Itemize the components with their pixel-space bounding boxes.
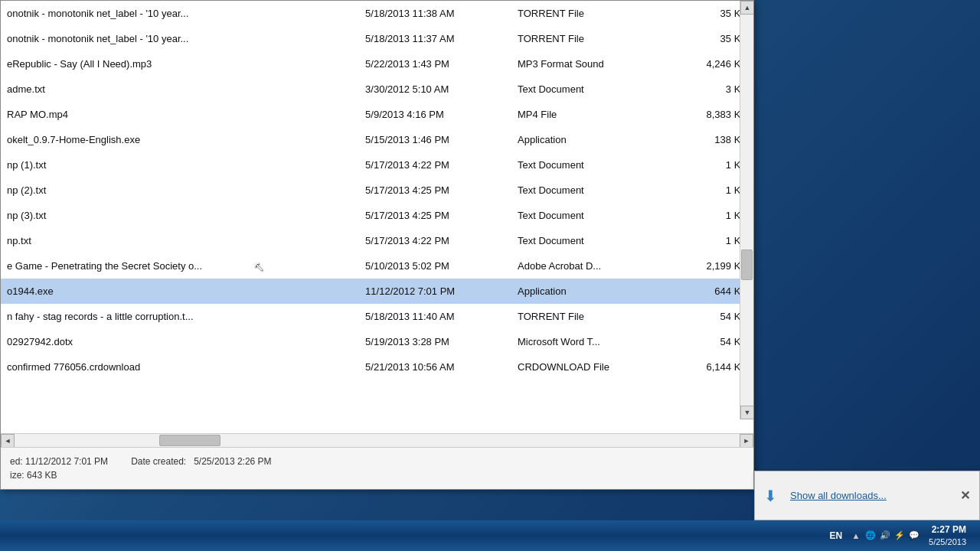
file-date: 5/17/2013 4:22 PM <box>359 152 511 178</box>
file-name: onotnik - monotonik net_label - '10 year… <box>1 26 359 51</box>
file-date: 5/22/2013 1:43 PM <box>359 51 511 77</box>
clock-time: 2:27 PM <box>929 524 966 536</box>
size-label: ize: <box>10 470 24 481</box>
hscroll-thumb[interactable] <box>159 435 220 446</box>
table-row[interactable]: confirmed 776056.crdownload5/21/2013 10:… <box>1 354 753 380</box>
file-name: eRepublic - Say (All I Need).mp3 <box>1 51 359 77</box>
file-name: np.txt <box>1 228 359 253</box>
table-row[interactable]: np.txt5/17/2013 4:22 PMText Document1 KB <box>1 228 753 253</box>
system-clock[interactable]: 2:27 PM 5/25/2013 <box>925 523 970 549</box>
table-row[interactable]: e Game - Penetrating the Secret Society … <box>1 253 753 279</box>
file-date: 3/30/2012 5:10 AM <box>359 77 511 102</box>
table-row[interactable]: np (2).txt5/17/2013 4:25 PMText Document… <box>1 178 753 203</box>
scroll-thumb[interactable] <box>741 249 753 280</box>
date-created-label: Date created: <box>131 456 186 467</box>
file-date: 5/17/2013 4:22 PM <box>359 228 511 253</box>
file-name: np (1).txt <box>1 152 359 178</box>
file-type: Adobe Acrobat D... <box>511 253 664 279</box>
file-name: onotnik - monotonik net_label - '10 year… <box>1 1 359 26</box>
file-name: 02927942.dotx <box>1 329 359 354</box>
tray-icon-volume: 🔊 <box>879 530 891 542</box>
file-name: np (2).txt <box>1 178 359 203</box>
table-row[interactable]: onotnik - monotonik net_label - '10 year… <box>1 26 753 51</box>
vertical-scrollbar[interactable]: ▲ ▼ <box>740 1 753 419</box>
tray-icon-power: ⚡ <box>893 530 906 542</box>
file-type: TORRENT File <box>511 304 664 329</box>
file-list[interactable]: onotnik - monotonik net_label - '10 year… <box>1 1 753 433</box>
table-row[interactable]: n fahy - stag records - a little corrupt… <box>1 304 753 329</box>
size-value: 643 KB <box>27 470 57 481</box>
file-name: confirmed 776056.crdownload <box>1 354 359 380</box>
file-type: Application <box>511 279 664 304</box>
file-name: e Game - Penetrating the Secret Society … <box>1 253 359 279</box>
scroll-track[interactable] <box>740 15 753 406</box>
tray-icon-network: 🌐 <box>864 530 877 542</box>
table-row[interactable]: 02927942.dotx5/19/2013 3:28 PMMicrosoft … <box>1 329 753 354</box>
file-name: n fahy - stag records - a little corrupt… <box>1 304 359 329</box>
file-type: Microsoft Word T... <box>511 329 664 354</box>
file-type: Text Document <box>511 77 664 102</box>
taskbar-right: EN ▲ 🌐 🔊 ⚡ 💬 2:27 PM 5/25/2013 <box>826 523 976 549</box>
file-date: 5/18/2013 11:37 AM <box>359 26 511 51</box>
taskbar[interactable]: EN ▲ 🌐 🔊 ⚡ 💬 2:27 PM 5/25/2013 <box>0 520 980 551</box>
file-table: onotnik - monotonik net_label - '10 year… <box>1 1 753 380</box>
file-type: Text Document <box>511 152 664 178</box>
horizontal-scrollbar[interactable]: ◄ ► <box>1 433 753 447</box>
language-indicator[interactable]: EN <box>826 529 845 543</box>
table-row[interactable]: onotnik - monotonik net_label - '10 year… <box>1 1 753 26</box>
status-line-2: ize: 643 KB <box>10 470 744 481</box>
file-date: 5/18/2013 11:40 AM <box>359 304 511 329</box>
scroll-down-button[interactable]: ▼ <box>740 406 753 419</box>
file-date: 11/12/2012 7:01 PM <box>359 279 511 304</box>
table-row[interactable]: np (1).txt5/17/2013 4:22 PMText Document… <box>1 152 753 178</box>
file-date: 5/18/2013 11:38 AM <box>359 1 511 26</box>
file-type: CRDOWNLOAD File <box>511 354 664 380</box>
show-all-downloads-link[interactable]: Show all downloads... <box>790 490 887 501</box>
table-row[interactable]: eRepublic - Say (All I Need).mp35/22/201… <box>1 51 753 77</box>
file-date: 5/9/2013 4:16 PM <box>359 102 511 127</box>
file-date: 5/19/2013 3:28 PM <box>359 329 511 354</box>
system-tray: ▲ 🌐 🔊 ⚡ 💬 <box>850 530 920 542</box>
file-date: 5/10/2013 5:02 PM <box>359 253 511 279</box>
file-type: Text Document <box>511 228 664 253</box>
explorer-window: onotnik - monotonik net_label - '10 year… <box>0 0 754 490</box>
close-downloads-button[interactable]: ✕ <box>960 488 970 503</box>
file-type: Text Document <box>511 203 664 228</box>
file-type: Text Document <box>511 178 664 203</box>
date-modified-value: 11/12/2012 7:01 PM <box>25 456 108 467</box>
date-created-value: 5/25/2013 2:26 PM <box>194 456 271 467</box>
table-row[interactable]: adme.txt3/30/2012 5:10 AMText Document3 … <box>1 77 753 102</box>
file-name: o1944.exe <box>1 279 359 304</box>
file-date: 5/17/2013 4:25 PM <box>359 203 511 228</box>
file-date: 5/17/2013 4:25 PM <box>359 178 511 203</box>
file-date: 5/21/2013 10:56 AM <box>359 354 511 380</box>
hscroll-track[interactable] <box>15 434 740 447</box>
file-type: TORRENT File <box>511 26 664 51</box>
table-row[interactable]: RAP MO.mp45/9/2013 4:16 PMMP4 File8,383 … <box>1 102 753 127</box>
file-size: ize: 643 KB <box>10 470 57 481</box>
file-name: RAP MO.mp4 <box>1 102 359 127</box>
date-modified: ed: 11/12/2012 7:01 PM <box>10 456 108 467</box>
table-row[interactable]: np (3).txt5/17/2013 4:25 PMText Document… <box>1 203 753 228</box>
file-type: Application <box>511 127 664 152</box>
file-name: okelt_0.9.7-Home-English.exe <box>1 127 359 152</box>
scroll-up-button[interactable]: ▲ <box>740 1 753 15</box>
download-arrow-icon: ⬇ <box>764 487 782 505</box>
hscroll-left-button[interactable]: ◄ <box>1 434 15 448</box>
status-line-1: ed: 11/12/2012 7:01 PM Date created: 5/2… <box>10 456 744 467</box>
status-bar: ed: 11/12/2012 7:01 PM Date created: 5/2… <box>1 447 753 489</box>
file-type: MP4 File <box>511 102 664 127</box>
file-type: TORRENT File <box>511 1 664 26</box>
tray-icon-message: 💬 <box>908 530 920 542</box>
downloads-popup: ⬇ Show all downloads... ✕ <box>754 471 980 520</box>
table-row[interactable]: okelt_0.9.7-Home-English.exe5/15/2013 1:… <box>1 127 753 152</box>
tray-icon-1: ▲ <box>850 530 862 542</box>
file-name: np (3).txt <box>1 203 359 228</box>
file-name: adme.txt <box>1 77 359 102</box>
file-type: MP3 Format Sound <box>511 51 664 77</box>
clock-date: 5/25/2013 <box>929 536 966 547</box>
date-modified-label: ed: <box>10 456 23 467</box>
file-date: 5/15/2013 1:46 PM <box>359 127 511 152</box>
table-row[interactable]: o1944.exe11/12/2012 7:01 PMApplication64… <box>1 279 753 304</box>
hscroll-right-button[interactable]: ► <box>740 434 753 448</box>
